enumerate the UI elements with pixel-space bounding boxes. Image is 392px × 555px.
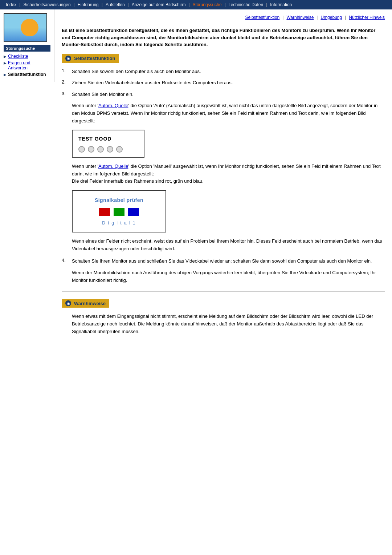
section-divider bbox=[62, 291, 385, 292]
note3-text: Wenn eines der Felder nicht erscheint, w… bbox=[72, 238, 382, 251]
step-3-number: 3. bbox=[62, 91, 69, 96]
note-block-1: Wenn unter 'Autom. Quelle' die Option 'A… bbox=[72, 102, 385, 125]
step-4-text: Schalten Sie Ihren Monitor aus und schli… bbox=[72, 258, 372, 265]
test-box-container: TEST GOOD bbox=[72, 130, 385, 157]
sidebar-section-title: Störungssuche bbox=[4, 45, 50, 52]
step-2-number: 2. bbox=[62, 79, 69, 85]
nav-information[interactable]: Information bbox=[267, 1, 295, 8]
step-1-number: 1. bbox=[62, 68, 69, 73]
test-dot-5 bbox=[116, 146, 123, 153]
step-3: 3. Schalten Sie den Monitor ein. bbox=[62, 91, 385, 98]
sub-nav-selbsttest[interactable]: Selbsttestfunktion bbox=[245, 15, 280, 20]
step-4-number: 4. bbox=[62, 258, 69, 263]
steps-list: 1. Schalten Sie sowohl den Computer als … bbox=[62, 68, 385, 98]
note1-link1[interactable]: Autom. Quelle bbox=[98, 103, 128, 108]
sidebar: Störungssuche ▶ Checkliste ▶ Fragen und … bbox=[0, 9, 54, 82]
nav-anzeige[interactable]: Anzeige auf dem Bildschirm bbox=[129, 1, 189, 8]
main-content: Selbsttestfunktion | Warnhinweise | Umge… bbox=[54, 9, 392, 341]
signal-colors bbox=[78, 208, 160, 216]
step-1-text: Schalten Sie sowohl den Computer als auc… bbox=[72, 68, 201, 75]
arrow-icon-1: ▶ bbox=[4, 54, 7, 58]
note2-text1: Wenn unter ' bbox=[72, 163, 98, 169]
sub-nav-sep-1: | bbox=[282, 15, 283, 20]
signal-box-title: Signalkabel prüfen bbox=[78, 196, 160, 204]
warning-text: Wenn etwas mit dem Eingangssignal nicht … bbox=[72, 313, 385, 335]
section1-header: ◉ Selbsttestfunktion bbox=[62, 54, 119, 63]
sidebar-logo bbox=[4, 13, 47, 42]
signal-box-footer: D i g i t a l 1 bbox=[78, 220, 160, 227]
sidebar-item-checkliste[interactable]: ▶ Checkliste bbox=[4, 54, 50, 59]
nav-einfuehrung[interactable]: Einführung bbox=[75, 1, 102, 8]
step-1: 1. Schalten Sie sowohl den Computer als … bbox=[62, 68, 385, 75]
test-dot-4 bbox=[107, 146, 113, 153]
nav-aufstellen[interactable]: Aufstellen bbox=[103, 1, 128, 8]
note-block-2: Wenn unter 'Autom. Quelle' die Option 'M… bbox=[72, 163, 385, 185]
nav-index[interactable]: Index bbox=[3, 1, 19, 8]
section2-icon: ◉ bbox=[65, 300, 71, 306]
intro-text: Es ist eine Selbsttestfunktion bereitges… bbox=[62, 27, 385, 48]
sub-nav: Selbsttestfunktion | Warnhinweise | Umge… bbox=[62, 15, 385, 23]
step-2-text: Ziehen Sie den Videokabelstecker aus der… bbox=[72, 79, 233, 86]
section1-icon: ◉ bbox=[65, 56, 71, 61]
signal-cable-box: Signalkabel prüfen D i g i t a l 1 bbox=[72, 190, 166, 232]
sub-nav-sep-3: | bbox=[345, 15, 346, 20]
step-2: 2. Ziehen Sie den Videokabelstecker aus … bbox=[62, 79, 385, 86]
sub-nav-warnhinweise[interactable]: Warnhinweise bbox=[286, 15, 314, 20]
nav-bar: Index | Sicherheitsanweisungen | Einführ… bbox=[0, 0, 392, 9]
color-blue-block bbox=[128, 208, 139, 216]
sidebar-logo-image bbox=[4, 14, 46, 41]
sidebar-label-fragen[interactable]: Fragen und Antworten bbox=[8, 60, 50, 70]
sidebar-item-selbsttest[interactable]: ▶ Selbsttestfunktion bbox=[4, 72, 50, 77]
arrow-icon-3: ▶ bbox=[4, 73, 7, 77]
nav-stoerung[interactable]: Störungssuche bbox=[190, 1, 225, 8]
test-dot-1 bbox=[78, 146, 85, 153]
main-layout: Störungssuche ▶ Checkliste ▶ Fragen und … bbox=[0, 9, 392, 341]
sidebar-label-checkliste[interactable]: Checkliste bbox=[8, 54, 28, 59]
signal-box-container: Signalkabel prüfen D i g i t a l 1 bbox=[72, 190, 385, 232]
sub-nav-sep-2: | bbox=[317, 15, 318, 20]
test-box-title: TEST GOOD bbox=[78, 135, 138, 143]
color-green-block bbox=[114, 208, 124, 216]
note1-text1: Wenn unter ' bbox=[72, 103, 98, 108]
color-red-block bbox=[99, 208, 110, 216]
warning-section: ◉ Warnhinweise Wenn etwas mit dem Eingan… bbox=[62, 299, 385, 335]
step4-list: 4. Schalten Sie Ihren Monitor aus und sc… bbox=[62, 258, 385, 265]
test-box-dots bbox=[78, 146, 138, 153]
note-block-3: Wenn eines der Felder nicht erscheint, w… bbox=[72, 238, 385, 253]
note2-link1[interactable]: Autom. Quelle bbox=[98, 163, 128, 169]
test-good-box: TEST GOOD bbox=[72, 130, 144, 157]
sidebar-label-selbsttest[interactable]: Selbsttestfunktion bbox=[8, 72, 46, 77]
section1-title: Selbsttestfunktion bbox=[74, 56, 115, 61]
nav-technisch[interactable]: Technische Daten bbox=[226, 1, 266, 8]
sub-nav-umgebung[interactable]: Umgebung bbox=[320, 15, 342, 20]
note-block-4: Wenn der Monitorbildschirm nach Ausführu… bbox=[72, 269, 385, 284]
step-4: 4. Schalten Sie Ihren Monitor aus und sc… bbox=[62, 258, 385, 265]
note4-text: Wenn der Monitorbildschirm nach Ausführu… bbox=[72, 270, 376, 283]
nav-sicherheit[interactable]: Sicherheitsanweisungen bbox=[20, 1, 73, 8]
step-3-text: Schalten Sie den Monitor ein. bbox=[72, 91, 134, 98]
test-dot-3 bbox=[97, 146, 104, 153]
arrow-icon-2: ▶ bbox=[4, 61, 7, 65]
test-dot-2 bbox=[88, 146, 94, 153]
section2-title: Warnhinweise bbox=[74, 301, 106, 306]
sub-nav-hinweis[interactable]: Nützlicher Hinweis bbox=[349, 15, 385, 20]
sidebar-item-fragen[interactable]: ▶ Fragen und Antworten bbox=[4, 60, 50, 70]
note2-text3: Die drei Felder innerhalb des Rahmens si… bbox=[72, 178, 204, 184]
section2-header: ◉ Warnhinweise bbox=[62, 299, 109, 308]
